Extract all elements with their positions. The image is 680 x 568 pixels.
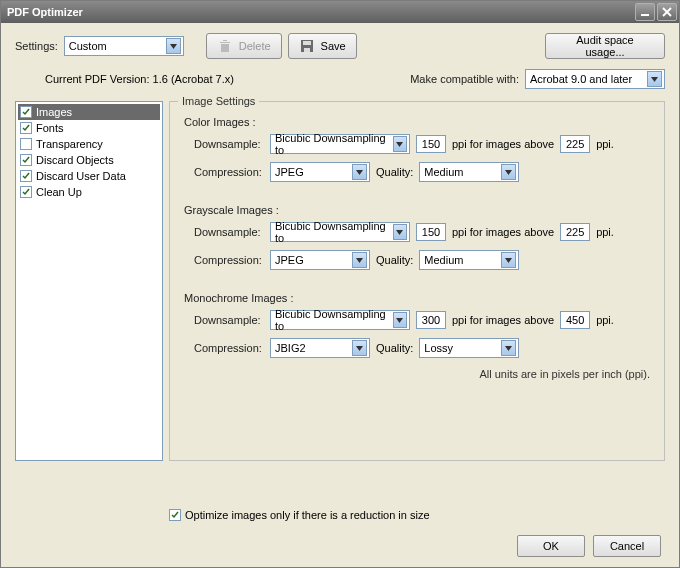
- sidebar-checkbox[interactable]: [20, 154, 32, 166]
- cancel-button[interactable]: Cancel: [593, 535, 661, 557]
- sidebar-item-discard-objects[interactable]: Discard Objects: [18, 152, 160, 168]
- dialog-footer: OK Cancel: [15, 535, 665, 557]
- gray-quality-select[interactable]: Medium: [419, 250, 519, 270]
- color-ppi-input[interactable]: [416, 135, 446, 153]
- settings-value: Custom: [69, 40, 107, 52]
- chevron-down-icon: [501, 252, 516, 268]
- mono-quality-select[interactable]: Lossy: [419, 338, 519, 358]
- close-button[interactable]: [657, 3, 677, 21]
- chevron-down-icon: [352, 252, 367, 268]
- make-compatible-label: Make compatible with:: [410, 73, 519, 85]
- trash-icon: [217, 38, 233, 54]
- chevron-down-icon: [393, 224, 407, 240]
- quality-label: Quality:: [376, 254, 413, 266]
- color-ppi-above-input[interactable]: [560, 135, 590, 153]
- color-quality-select[interactable]: Medium: [419, 162, 519, 182]
- optimize-label: Optimize images only if there is a reduc…: [185, 509, 430, 521]
- sidebar-checkbox[interactable]: [20, 122, 32, 134]
- make-compatible-select[interactable]: Acrobat 9.0 and later: [525, 69, 665, 89]
- svg-rect-0: [641, 14, 649, 16]
- gray-downsample-select[interactable]: Bicubic Downsampling to: [270, 222, 410, 242]
- mono-ppi-input[interactable]: [416, 311, 446, 329]
- monochrome-images-title: Monochrome Images :: [184, 292, 650, 304]
- image-settings-group: Image Settings Color Images : Downsample…: [169, 101, 665, 461]
- sidebar-item-label: Fonts: [36, 122, 64, 134]
- delete-button[interactable]: Delete: [206, 33, 282, 59]
- downsample-label: Downsample:: [194, 138, 264, 150]
- downsample-label: Downsample:: [194, 226, 264, 238]
- color-downsample-select[interactable]: Bicubic Downsampling to: [270, 134, 410, 154]
- chevron-down-icon: [647, 71, 662, 87]
- floppy-disk-icon: [299, 38, 315, 54]
- pdf-optimizer-window: PDF Optimizer Settings: Custom Delete Sa…: [0, 0, 680, 568]
- titlebar: PDF Optimizer: [1, 1, 679, 23]
- settings-label: Settings:: [15, 40, 58, 52]
- main-area: ImagesFontsTransparencyDiscard ObjectsDi…: [15, 101, 665, 503]
- ppi-unit: ppi.: [596, 226, 614, 238]
- sidebar-item-label: Clean Up: [36, 186, 82, 198]
- compression-label: Compression:: [194, 342, 264, 354]
- units-footer: All units are in pixels per inch (ppi).: [184, 368, 650, 380]
- sidebar-checkbox[interactable]: [20, 186, 32, 198]
- dialog-content: Settings: Custom Delete Save Audit space…: [1, 23, 679, 567]
- ppi-unit: ppi.: [596, 314, 614, 326]
- ok-button[interactable]: OK: [517, 535, 585, 557]
- chevron-down-icon: [501, 164, 516, 180]
- sidebar-item-images[interactable]: Images: [18, 104, 160, 120]
- chevron-down-icon: [352, 164, 367, 180]
- current-pdf-version: Current PDF Version: 1.6 (Acrobat 7.x): [45, 73, 234, 85]
- color-compression-select[interactable]: JPEG: [270, 162, 370, 182]
- mono-ppi-above-input[interactable]: [560, 311, 590, 329]
- mono-compression-select[interactable]: JBIG2: [270, 338, 370, 358]
- mono-downsample-select[interactable]: Bicubic Downsampling to: [270, 310, 410, 330]
- quality-label: Quality:: [376, 342, 413, 354]
- sidebar-item-discard-user-data[interactable]: Discard User Data: [18, 168, 160, 184]
- chevron-down-icon: [166, 38, 181, 54]
- close-icon: [662, 7, 672, 17]
- toolbar-row: Settings: Custom Delete Save Audit space…: [15, 33, 665, 59]
- sidebar-checkbox[interactable]: [20, 138, 32, 150]
- sidebar-item-label: Discard Objects: [36, 154, 114, 166]
- minimize-button[interactable]: [635, 3, 655, 21]
- ppi-above-label: ppi for images above: [452, 226, 554, 238]
- gray-ppi-input[interactable]: [416, 223, 446, 241]
- ppi-above-label: ppi for images above: [452, 314, 554, 326]
- svg-rect-5: [304, 48, 310, 52]
- settings-select[interactable]: Custom: [64, 36, 184, 56]
- gray-compression-select[interactable]: JPEG: [270, 250, 370, 270]
- sidebar-item-clean-up[interactable]: Clean Up: [18, 184, 160, 200]
- ppi-above-label: ppi for images above: [452, 138, 554, 150]
- delete-label: Delete: [239, 40, 271, 52]
- sidebar-item-label: Discard User Data: [36, 170, 126, 182]
- quality-label: Quality:: [376, 166, 413, 178]
- version-row: Current PDF Version: 1.6 (Acrobat 7.x) M…: [15, 69, 665, 89]
- ppi-unit: ppi.: [596, 138, 614, 150]
- downsample-label: Downsample:: [194, 314, 264, 326]
- svg-rect-4: [303, 41, 311, 45]
- sidebar-item-fonts[interactable]: Fonts: [18, 120, 160, 136]
- audit-space-usage-button[interactable]: Audit space usage...: [545, 33, 665, 59]
- image-settings-legend: Image Settings: [178, 95, 259, 107]
- window-title: PDF Optimizer: [7, 6, 83, 18]
- chevron-down-icon: [501, 340, 516, 356]
- gray-ppi-above-input[interactable]: [560, 223, 590, 241]
- sidebar-item-transparency[interactable]: Transparency: [18, 136, 160, 152]
- chevron-down-icon: [393, 312, 407, 328]
- optimize-checkbox[interactable]: [169, 509, 181, 521]
- color-images-section: Color Images : Downsample: Bicubic Downs…: [184, 116, 650, 182]
- sidebar-item-label: Images: [36, 106, 72, 118]
- sidebar-checkbox[interactable]: [20, 170, 32, 182]
- grayscale-images-section: Grayscale Images : Downsample: Bicubic D…: [184, 204, 650, 270]
- sidebar-item-label: Transparency: [36, 138, 103, 150]
- color-images-title: Color Images :: [184, 116, 650, 128]
- sidebar-checkbox[interactable]: [20, 106, 32, 118]
- save-label: Save: [321, 40, 346, 52]
- category-sidebar: ImagesFontsTransparencyDiscard ObjectsDi…: [15, 101, 163, 461]
- save-button[interactable]: Save: [288, 33, 357, 59]
- chevron-down-icon: [352, 340, 367, 356]
- optimize-row: Optimize images only if there is a reduc…: [169, 509, 665, 521]
- grayscale-images-title: Grayscale Images :: [184, 204, 650, 216]
- audit-label: Audit space usage...: [556, 34, 654, 58]
- compression-label: Compression:: [194, 166, 264, 178]
- minimize-icon: [640, 7, 650, 17]
